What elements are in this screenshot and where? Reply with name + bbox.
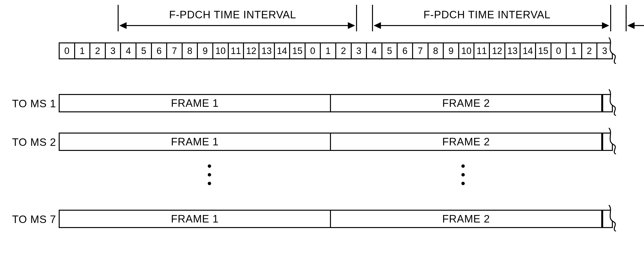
slot-17: 1 [321, 43, 336, 58]
interval-1-arrow-right [348, 22, 355, 29]
row-7-frames: FRAME 1 FRAME 2 [59, 210, 613, 228]
slot-21: 5 [382, 43, 398, 58]
slot-11: 11 [229, 43, 244, 58]
slot-9: 9 [198, 43, 213, 58]
slot-0: 0 [60, 43, 75, 58]
slot-18: 2 [336, 43, 352, 58]
slot-20: 4 [367, 43, 382, 58]
slot-4: 4 [121, 43, 136, 58]
slot-31: 15 [536, 43, 552, 58]
slot-29: 13 [505, 43, 521, 58]
row-2-label: TO MS 2 [12, 136, 56, 148]
slot-5: 5 [136, 43, 152, 58]
slot-32: 0 [552, 43, 567, 58]
interval-1-arrow-line [126, 25, 349, 26]
interval-2-end-tick [610, 5, 611, 31]
slot-26: 10 [459, 43, 475, 58]
slot-23: 7 [413, 43, 428, 58]
row-2-frames: FRAME 1 FRAME 2 [59, 132, 613, 151]
row-1-label: TO MS 1 [12, 98, 56, 110]
row-2-frame-1: FRAME 1 [60, 133, 331, 150]
slot-19: 3 [352, 43, 367, 58]
slot-13: 13 [260, 43, 275, 58]
interval-3-arrow-line-stub [634, 25, 644, 26]
slot-22: 6 [398, 43, 413, 58]
rows-ellipsis-right [462, 159, 465, 190]
interval-2-start-tick [372, 5, 373, 31]
slot-2: 2 [90, 43, 106, 58]
slot-row: 0123456789101112131415012345678910111213… [59, 42, 613, 59]
slot-10: 10 [213, 43, 229, 58]
rows-ellipsis-left [208, 159, 211, 190]
interval-1-label: F-PDCH TIME INTERVAL [169, 9, 296, 21]
slot-14: 14 [275, 43, 290, 58]
slot-7: 7 [167, 43, 182, 58]
slot-16: 0 [306, 43, 321, 58]
row-7-frame-1: FRAME 1 [60, 211, 331, 227]
row-1-frames: FRAME 1 FRAME 2 [59, 94, 613, 112]
row-1-break [609, 89, 618, 116]
interval-1-start-tick [118, 5, 118, 31]
interval-2-label: F-PDCH TIME INTERVAL [424, 9, 550, 21]
interval-3-start-tick [626, 5, 626, 31]
slot-33: 1 [567, 43, 582, 58]
slot-12: 12 [244, 43, 260, 58]
slot-row-break [609, 37, 618, 64]
row-1-frame-2: FRAME 2 [331, 95, 602, 111]
row-1-frame-1: FRAME 1 [60, 95, 331, 111]
interval-2-arrow-right [602, 22, 609, 29]
slot-6: 6 [152, 43, 168, 58]
slot-3: 3 [106, 43, 121, 58]
diagram-canvas: F-PDCH TIME INTERVAL F-PDCH TIME INTERVA… [0, 0, 644, 256]
row-7-break [609, 205, 618, 231]
slot-1: 1 [75, 43, 90, 58]
row-7-label: TO MS 7 [12, 213, 56, 225]
slot-30: 14 [520, 43, 536, 58]
slot-28: 12 [490, 43, 505, 58]
slot-24: 8 [428, 43, 444, 58]
row-7-frame-2: FRAME 2 [331, 211, 602, 227]
interval-1-end-tick [356, 5, 357, 31]
slot-27: 11 [474, 43, 490, 58]
interval-2-arrow-line [380, 25, 603, 26]
slot-8: 8 [182, 43, 198, 58]
slot-34: 2 [582, 43, 598, 58]
row-2-break [609, 128, 618, 154]
row-2-frame-2: FRAME 2 [331, 133, 602, 150]
slot-15: 15 [290, 43, 306, 58]
slot-25: 9 [444, 43, 459, 58]
